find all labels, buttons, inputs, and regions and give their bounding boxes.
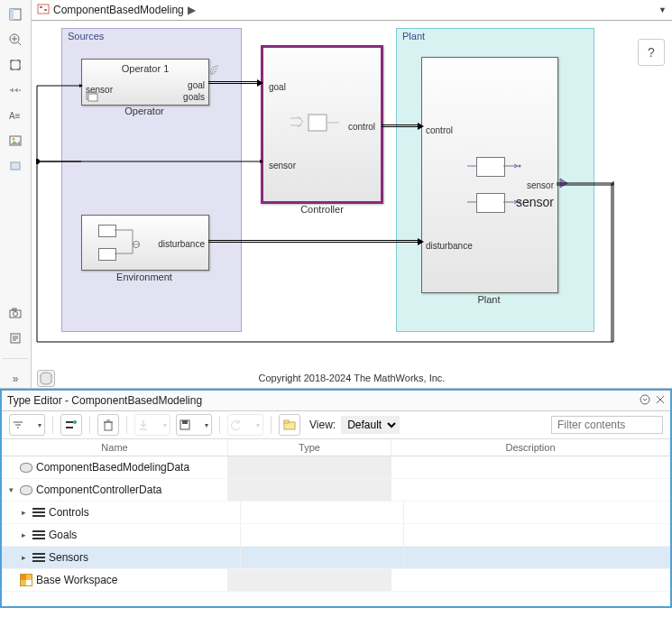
- tree-row-label: Base Workspace: [36, 574, 118, 586]
- wifi-icon: [209, 63, 220, 76]
- tree-header: Name Type Description: [2, 439, 670, 456]
- tree-row[interactable]: Base Workspace: [2, 569, 670, 592]
- tree-row-label: ComponentBasedModelingData: [36, 461, 189, 474]
- filter-sources-button[interactable]: ▾: [9, 414, 45, 436]
- col-type[interactable]: Type: [228, 439, 391, 456]
- type-editor-title: Type Editor - ComponentBasedModeling: [7, 394, 202, 407]
- bus-icon: [32, 508, 45, 517]
- normal-view-icon[interactable]: [6, 81, 24, 99]
- delete-button[interactable]: [97, 414, 119, 436]
- close-panel-icon[interactable]: [656, 394, 665, 408]
- undo-button: ▾: [227, 414, 263, 436]
- import-button: ▾: [134, 414, 170, 436]
- group-plant-label: Plant: [402, 31, 425, 41]
- report-icon[interactable]: [6, 329, 24, 347]
- tree-row-label: ComponentControllerData: [36, 483, 161, 496]
- feedback-wires: [36, 80, 631, 351]
- hide-panel-icon[interactable]: [6, 5, 24, 23]
- model-canvas-pane: A≡ » ComponentBasedModeling ▶ ▼: [0, 0, 672, 389]
- svg-rect-1: [10, 9, 14, 20]
- svg-rect-12: [13, 308, 16, 310]
- dictionary-icon: [20, 485, 32, 495]
- area-icon[interactable]: [6, 157, 24, 175]
- view-select[interactable]: Default: [341, 416, 400, 434]
- camera-icon[interactable]: [6, 304, 24, 322]
- tree-row[interactable]: ▸Sensors: [2, 547, 670, 569]
- diagram[interactable]: Sources Operator 1 sensor goal goals Ope…: [32, 21, 672, 368]
- tree-row[interactable]: ▸Goals: [2, 524, 670, 547]
- col-desc[interactable]: Description: [391, 439, 670, 456]
- col-name[interactable]: Name: [2, 439, 228, 456]
- svg-line-3: [18, 42, 21, 45]
- filter-input[interactable]: [551, 416, 663, 434]
- svg-point-13: [14, 312, 18, 317]
- svg-point-27: [36, 159, 40, 164]
- image-icon[interactable]: [6, 132, 24, 150]
- svg-text:A≡: A≡: [9, 111, 21, 121]
- svg-point-29: [640, 395, 649, 404]
- svg-point-9: [13, 138, 15, 141]
- expander-icon[interactable]: ▸: [18, 530, 29, 539]
- tree-row-label: Goals: [49, 529, 77, 541]
- tree-row[interactable]: ComponentBasedModelingData: [2, 456, 670, 479]
- open-model-button[interactable]: [279, 414, 300, 436]
- diagram-footer: Copyright 2018-2024 The MathWorks, Inc.: [32, 368, 672, 388]
- svg-point-23: [211, 73, 213, 75]
- copyright-text: Copyright 2018-2024 The MathWorks, Inc.: [259, 373, 446, 383]
- group-sources-label: Sources: [68, 31, 104, 41]
- type-editor-panel: Type Editor - ComponentBasedModeling ▾ ▾: [0, 389, 672, 608]
- tree-row-label: Controls: [49, 506, 89, 519]
- expander-icon[interactable]: ▸: [18, 553, 29, 562]
- svg-point-35: [73, 420, 77, 424]
- svg-rect-36: [105, 422, 112, 430]
- bus-icon: [32, 553, 45, 562]
- type-editor-toolbar: ▾ ▾ ▾ ▾ View: Default: [2, 411, 670, 439]
- operator-title: Operator 1: [82, 63, 208, 74]
- breadcrumb: ComponentBasedModeling ▶ ▼: [32, 0, 672, 21]
- expander-icon[interactable]: ▸: [18, 508, 29, 517]
- svg-rect-43: [284, 420, 289, 423]
- workspace-icon: [20, 574, 32, 586]
- svg-rect-19: [40, 6, 42, 8]
- fit-view-icon[interactable]: [6, 56, 24, 74]
- dictionary-icon: [20, 463, 32, 473]
- bus-icon: [32, 530, 45, 539]
- tree-row[interactable]: ▸Controls: [2, 502, 670, 524]
- expand-icon[interactable]: »: [6, 370, 24, 388]
- svg-rect-41: [182, 420, 188, 424]
- minimize-panel-icon[interactable]: [640, 394, 650, 408]
- zoom-in-icon[interactable]: [6, 31, 24, 49]
- view-label: View:: [309, 419, 336, 431]
- breadcrumb-chevron-icon[interactable]: ▶: [188, 4, 196, 16]
- save-button[interactable]: ▾: [176, 414, 212, 436]
- tree-row[interactable]: ▾ComponentControllerData: [2, 479, 670, 502]
- breadcrumb-model[interactable]: ComponentBasedModeling: [53, 4, 184, 16]
- annotations-icon[interactable]: A≡: [6, 106, 24, 124]
- new-bus-button[interactable]: [60, 414, 82, 436]
- tree-row-label: Sensors: [49, 551, 88, 564]
- svg-rect-18: [38, 5, 49, 14]
- svg-rect-20: [44, 9, 47, 11]
- svg-rect-10: [11, 162, 20, 170]
- tree-body: ComponentBasedModelingData▾ComponentCont…: [2, 456, 670, 606]
- data-inspector-icon[interactable]: [37, 370, 55, 387]
- canvas-left-toolbar: A≡ »: [0, 0, 32, 388]
- model-icon: [37, 4, 50, 17]
- svg-rect-6: [11, 60, 20, 69]
- breadcrumb-menu-icon[interactable]: ▼: [658, 5, 667, 14]
- expander-icon[interactable]: ▾: [5, 485, 16, 494]
- type-editor-title-bar: Type Editor - ComponentBasedModeling: [2, 391, 670, 411]
- canvas-area: ComponentBasedModeling ▶ ▼ Sources Opera…: [32, 0, 672, 388]
- help-button[interactable]: ?: [638, 39, 665, 66]
